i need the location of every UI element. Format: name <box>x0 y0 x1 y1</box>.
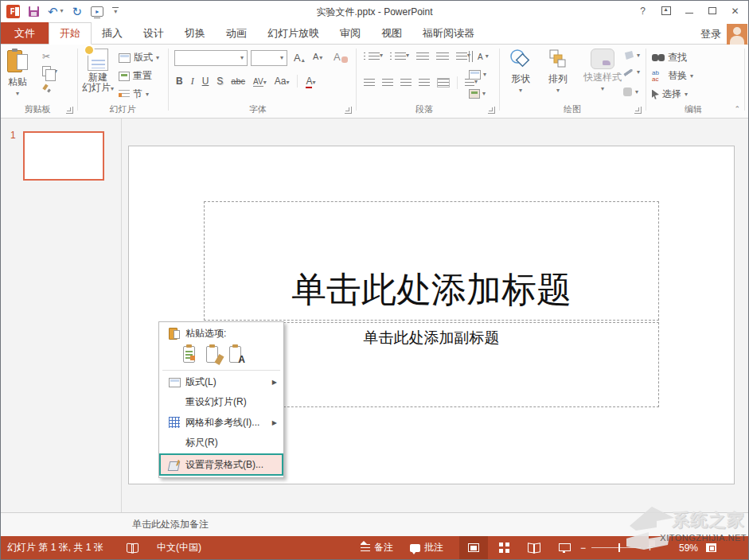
zoom-slider-handle[interactable] <box>618 543 620 552</box>
shape-outline-button[interactable]: ▾ <box>623 69 640 76</box>
drawing-dialog-launcher[interactable] <box>634 107 642 114</box>
align-center-button[interactable] <box>382 79 393 87</box>
bullets-button[interactable]: ▾ <box>364 52 383 60</box>
zoom-out-button[interactable]: − <box>580 536 586 559</box>
menu-item-format-background[interactable]: 设置背景格式(B)... <box>159 453 283 476</box>
paste-use-destination-theme-button[interactable] <box>183 345 199 364</box>
language-indicator[interactable]: 中文(中国) <box>157 536 201 559</box>
redo-icon[interactable]: ↻ <box>72 6 83 18</box>
justify-button[interactable] <box>419 79 430 87</box>
font-dialog-launcher[interactable] <box>345 107 352 114</box>
numbering-button[interactable]: ▾ <box>390 52 409 60</box>
format-painter-button[interactable] <box>42 84 52 93</box>
change-case-button[interactable]: Aa▾ <box>275 76 290 87</box>
new-slide-button[interactable]: 新建 幻灯片▾ <box>82 49 114 93</box>
select-button[interactable]: 选择▾ <box>652 88 688 101</box>
character-spacing-button[interactable]: AV▾ <box>253 76 267 87</box>
menu-item-ruler[interactable]: 标尺(R) <box>159 433 283 453</box>
tab-transitions[interactable]: 切换 <box>174 22 216 44</box>
title-placeholder[interactable]: 单击此处添加标题 <box>204 201 659 321</box>
font-name-caret-icon[interactable]: ▾ <box>240 55 244 61</box>
slide-sorter-view-button[interactable] <box>490 536 518 559</box>
tab-foxit-reader[interactable]: 福昕阅读器 <box>412 22 485 44</box>
decrease-font-size-button[interactable]: A▾ <box>313 52 322 61</box>
menu-item-grid-and-guides[interactable]: 网格和参考线(I)... ▶ <box>159 412 283 433</box>
decrease-indent-button[interactable] <box>416 52 429 60</box>
maximize-button[interactable] <box>701 2 723 19</box>
paste-caret-icon[interactable]: ▾ <box>16 91 19 97</box>
slide-counter[interactable]: 幻灯片 第 1 张, 共 1 张 <box>7 536 103 559</box>
underline-button[interactable]: U <box>202 76 209 87</box>
layout-button[interactable]: 版式▾ <box>119 51 159 64</box>
ribbon-display-options-button[interactable]: ▴ <box>655 2 677 19</box>
align-right-button[interactable] <box>400 79 412 87</box>
cut-button[interactable]: ✂ <box>42 51 50 62</box>
strikethrough-button[interactable]: abc <box>231 76 245 86</box>
slide-thumbnail[interactable] <box>23 131 104 181</box>
distributed-button[interactable] <box>437 78 450 88</box>
tab-home[interactable]: 开始 <box>49 22 92 45</box>
comments-toggle-button[interactable]: 批注 <box>410 536 443 559</box>
notes-pane[interactable]: 单击此处添加备注 <box>1 512 748 536</box>
paste-keep-source-formatting-button[interactable] <box>206 345 222 364</box>
tab-file[interactable]: 文件 <box>1 22 49 44</box>
clear-formatting-button[interactable]: A <box>334 51 348 63</box>
paragraph-dialog-launcher[interactable] <box>488 107 495 114</box>
arrange-button[interactable]: 排列 ▾ <box>548 49 568 94</box>
align-left-button[interactable] <box>364 79 375 87</box>
font-color-button[interactable]: A▾ <box>306 76 315 87</box>
quick-styles-button[interactable]: 快速样式 ▾ <box>583 49 622 92</box>
text-shadow-button[interactable]: S <box>217 76 223 87</box>
replace-button[interactable]: abac替换▾ <box>652 69 693 83</box>
shape-fill-button[interactable]: ▾ <box>623 51 640 60</box>
zoom-slider-track[interactable] <box>591 547 641 548</box>
copy-button[interactable]: ▾ <box>42 66 57 76</box>
increase-font-size-button[interactable]: A▴ <box>294 52 305 64</box>
columns-button[interactable]: ▾ <box>465 79 478 87</box>
reading-view-button[interactable] <box>520 536 548 559</box>
font-name-combobox[interactable]: ▾ <box>174 50 248 66</box>
save-icon[interactable] <box>29 6 39 17</box>
tab-design[interactable]: 设计 <box>133 22 174 44</box>
zoom-in-button[interactable]: + <box>647 536 653 559</box>
menu-item-reset-slide[interactable]: 重设幻灯片(R) <box>159 392 283 412</box>
shape-effects-button[interactable]: ▾ <box>623 88 638 96</box>
bold-button[interactable]: B <box>176 76 183 87</box>
sign-in-area[interactable]: 登录 <box>700 23 747 45</box>
align-text-button[interactable]: ▾ <box>469 70 486 80</box>
avatar[interactable] <box>727 24 747 45</box>
sign-in-label[interactable]: 登录 <box>700 27 721 41</box>
clipboard-dialog-launcher[interactable] <box>66 107 73 114</box>
tab-insert[interactable]: 插入 <box>92 22 133 44</box>
convert-smartart-button[interactable]: ▾ <box>469 89 486 99</box>
text-direction-button[interactable]: A▾ <box>469 51 489 62</box>
find-button[interactable]: 查找 <box>652 51 687 64</box>
italic-button[interactable]: I <box>191 76 194 88</box>
notes-toggle-button[interactable]: 备注 <box>361 536 393 559</box>
start-slideshow-icon[interactable]: ▸ <box>91 6 103 17</box>
tab-view[interactable]: 视图 <box>371 22 412 44</box>
undo-button[interactable]: ↶ ▾ <box>48 6 64 18</box>
fit-to-window-button[interactable] <box>706 536 716 559</box>
undo-caret-icon[interactable]: ▾ <box>60 8 64 14</box>
font-size-combobox[interactable]: ▾ <box>251 50 287 66</box>
zoom-level[interactable]: 59% <box>679 536 698 559</box>
minimize-button[interactable] <box>678 2 700 19</box>
tab-review[interactable]: 审阅 <box>330 22 371 44</box>
paste-keep-text-only-button[interactable]: A <box>229 345 245 364</box>
menu-item-layout[interactable]: 版式(L) ▶ <box>159 372 283 392</box>
shapes-button[interactable]: 形状 ▾ <box>507 49 534 94</box>
tab-slideshow[interactable]: 幻灯片放映 <box>257 22 330 44</box>
new-slide-caret-icon[interactable]: ▾ <box>111 85 114 92</box>
font-size-caret-icon[interactable]: ▾ <box>280 55 283 61</box>
normal-view-button[interactable] <box>459 536 488 559</box>
customize-qat-button[interactable]: ▾ <box>112 7 119 15</box>
section-button[interactable]: 节▾ <box>119 88 149 101</box>
increase-indent-button[interactable] <box>436 52 449 60</box>
paste-button[interactable]: 粘贴 ▾ <box>7 49 28 97</box>
help-button[interactable]: ? <box>632 2 653 19</box>
close-button[interactable]: ✕ <box>724 2 746 19</box>
spell-check-button[interactable] <box>127 536 138 559</box>
collapse-ribbon-button[interactable]: ⌃ <box>734 105 740 113</box>
tab-animations[interactable]: 动画 <box>216 22 257 44</box>
